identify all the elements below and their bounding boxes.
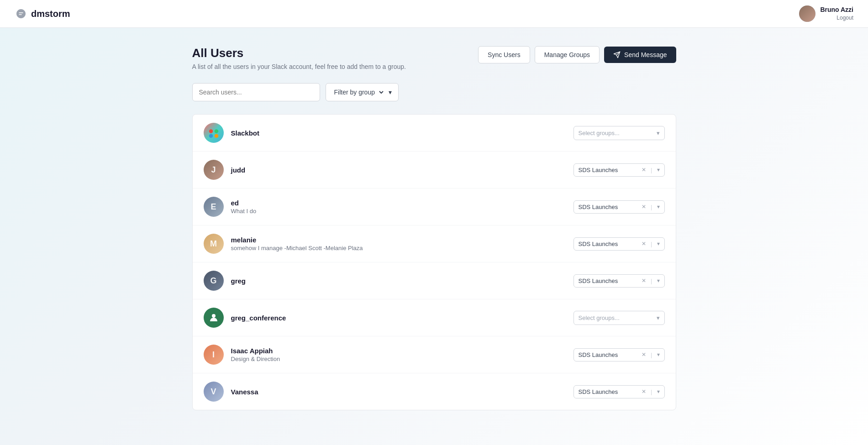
svg-point-1 [209, 129, 213, 133]
avatar: V [204, 382, 224, 402]
group-tag-remove[interactable]: ✕ [642, 167, 646, 173]
group-tag-remove[interactable]: ✕ [642, 388, 646, 395]
user-row-name: greg_conference [231, 314, 573, 322]
user-details: Slackbot [231, 129, 573, 137]
page-title: All Users [192, 46, 406, 60]
avatar: I [204, 345, 224, 365]
table-row: VVanessa SDS Launches ✕ | ▾ [193, 373, 676, 410]
user-row-name: greg [231, 277, 573, 285]
chevron-down-icon[interactable]: ▾ [657, 167, 660, 173]
separator: | [651, 388, 652, 395]
search-input[interactable] [192, 83, 320, 101]
user-row-status: Design & Direction [231, 356, 573, 362]
sync-users-button[interactable]: Sync Users [478, 46, 530, 63]
user-row-name: Isaac Appiah [231, 347, 573, 355]
user-details: edWhat I do [231, 199, 573, 215]
separator: | [651, 241, 652, 247]
group-select-container: SDS Launches ✕ | ▾ [573, 200, 665, 214]
table-row: Ggreg SDS Launches ✕ | ▾ [193, 262, 676, 299]
group-tag[interactable]: SDS Launches ✕ | ▾ [573, 237, 665, 251]
page-header: All Users A list of all the users in you… [192, 46, 676, 70]
user-row-name: judd [231, 166, 573, 174]
svg-point-3 [209, 134, 213, 138]
separator: | [651, 351, 652, 358]
page-subtitle: A list of all the users in your Slack ac… [192, 63, 406, 70]
chevron-down-icon[interactable]: ▾ [657, 388, 660, 395]
group-tag[interactable]: SDS Launches ✕ | ▾ [573, 200, 665, 214]
manage-groups-button[interactable]: Manage Groups [535, 46, 600, 63]
group-select-container: SDS Launches ✕ | ▾ [573, 274, 665, 288]
svg-point-5 [212, 314, 216, 318]
group-tag-label: SDS Launches [579, 204, 637, 210]
group-tag[interactable]: SDS Launches ✕ | ▾ [573, 385, 665, 398]
logo-text: dmstorm [31, 9, 70, 19]
chevron-down-icon[interactable]: ▾ [657, 241, 660, 247]
dmstorm-icon [15, 7, 27, 20]
logout-link[interactable]: Logout [836, 15, 853, 21]
user-details: greg_conference [231, 314, 573, 322]
group-tag-remove[interactable]: ✕ [642, 241, 646, 247]
select-groups-placeholder: Select groups... [579, 130, 654, 136]
user-info: Bruno Azzi Logout [820, 6, 853, 21]
page-title-area: All Users A list of all the users in you… [192, 46, 406, 70]
table-row: Slackbot Select groups... ▾ [193, 115, 676, 152]
group-tag[interactable]: SDS Launches ✕ | ▾ [573, 274, 665, 288]
group-tag-label: SDS Launches [579, 167, 637, 173]
table-row: Mmelaniesomehow I manage -Michael Scott … [193, 225, 676, 262]
user-details: greg [231, 277, 573, 285]
group-tag[interactable]: SDS Launches ✕ | ▾ [573, 163, 665, 177]
select-groups-placeholder: Select groups... [579, 314, 654, 321]
avatar [204, 308, 224, 328]
group-select-container: SDS Launches ✕ | ▾ [573, 163, 665, 177]
group-select-container: SDS Launches ✕ | ▾ [573, 385, 665, 398]
chevron-down-icon: ▾ [657, 130, 660, 136]
user-details: Isaac AppiahDesign & Direction [231, 347, 573, 362]
avatar: G [204, 271, 224, 291]
group-select-container: Select groups... ▾ [573, 311, 665, 325]
user-details: judd [231, 166, 573, 174]
user-row-name: ed [231, 199, 573, 207]
group-tag[interactable]: SDS Launches ✕ | ▾ [573, 348, 665, 361]
group-tag-remove[interactable]: ✕ [642, 277, 646, 284]
group-select-container: SDS Launches ✕ | ▾ [573, 348, 665, 361]
svg-point-4 [214, 134, 218, 138]
svg-point-2 [214, 129, 218, 133]
separator: | [651, 277, 652, 284]
group-tag-label: SDS Launches [579, 388, 637, 395]
group-select-empty[interactable]: Select groups... ▾ [573, 126, 665, 140]
user-row-status: What I do [231, 208, 573, 215]
user-area: Bruno Azzi Logout [799, 5, 853, 22]
separator: | [651, 204, 652, 210]
group-select-container: SDS Launches ✕ | ▾ [573, 237, 665, 251]
group-tag-remove[interactable]: ✕ [642, 351, 646, 358]
user-list: Slackbot Select groups... ▾ Jjudd SDS La… [192, 114, 676, 410]
filter-by-group-select[interactable]: Filter by group ▾ [326, 83, 399, 101]
avatar: E [204, 197, 224, 217]
avatar [799, 5, 815, 22]
user-row-status: somehow I manage -Michael Scott -Melanie… [231, 245, 573, 251]
user-row-name: Slackbot [231, 129, 573, 137]
chevron-down-icon[interactable]: ▾ [657, 204, 660, 210]
table-row: IIsaac AppiahDesign & Direction SDS Laun… [193, 336, 676, 373]
user-details: melaniesomehow I manage -Michael Scott -… [231, 236, 573, 251]
group-tag-label: SDS Launches [579, 351, 637, 358]
group-select-container: Select groups... ▾ [573, 126, 665, 140]
send-message-button[interactable]: Send Message [604, 47, 676, 63]
chevron-down-icon: ▾ [657, 314, 660, 321]
svg-point-0 [206, 126, 221, 140]
group-select-empty[interactable]: Select groups... ▾ [573, 311, 665, 325]
send-icon [613, 51, 621, 58]
group-tag-remove[interactable]: ✕ [642, 204, 646, 210]
avatar: M [204, 234, 224, 254]
chevron-down-icon[interactable]: ▾ [657, 351, 660, 358]
header: dmstorm Bruno Azzi Logout [0, 0, 868, 28]
user-name: Bruno Azzi [820, 6, 853, 13]
avatar [204, 123, 224, 143]
separator: | [651, 167, 652, 173]
user-row-name: Vanessa [231, 388, 573, 396]
logo: dmstorm [15, 7, 70, 20]
chevron-down-icon[interactable]: ▾ [657, 277, 660, 284]
avatar: J [204, 160, 224, 180]
user-row-name: melanie [231, 236, 573, 244]
filter-group-dropdown[interactable]: Filter by group [332, 88, 385, 96]
